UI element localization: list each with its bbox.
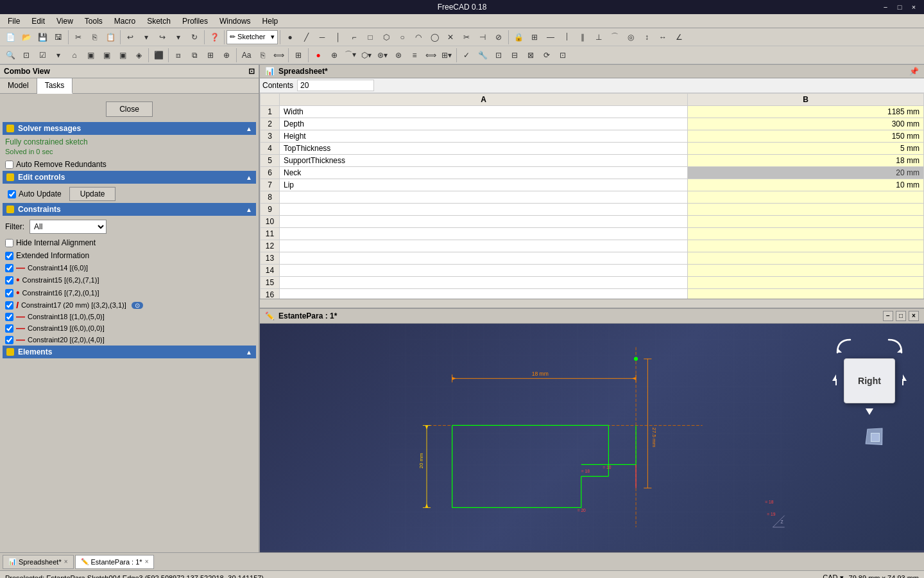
- tb-circle2[interactable]: ◎: [623, 30, 638, 45]
- cell-a-5[interactable]: SupportThickness: [280, 155, 688, 167]
- tb-refresh[interactable]: ↻: [187, 30, 202, 45]
- cell-b-8[interactable]: [688, 191, 924, 204]
- tb-trim[interactable]: ✂: [459, 30, 474, 45]
- tb-view-fit[interactable]: 🔍: [3, 48, 18, 63]
- c17-check[interactable]: [5, 301, 13, 310]
- tb-parallel[interactable]: ∥: [575, 30, 590, 45]
- maximize-btn[interactable]: □: [894, 3, 905, 11]
- tb-iso[interactable]: ◈: [131, 48, 146, 63]
- tb-validate[interactable]: ✓: [459, 48, 474, 63]
- tb-save-as[interactable]: 💾: [35, 30, 50, 45]
- tb-home[interactable]: ⌂: [67, 48, 82, 63]
- tb-polygon[interactable]: ⬡: [379, 30, 394, 45]
- auto-remove-check[interactable]: [5, 161, 13, 169]
- cell-a-16[interactable]: [280, 289, 688, 299]
- rotate-down-icon[interactable]: [863, 406, 876, 416]
- cell-b-14[interactable]: [688, 265, 924, 277]
- menu-profiles[interactable]: Profiles: [177, 15, 213, 27]
- tb-paste[interactable]: 📋: [103, 30, 118, 45]
- tb-front[interactable]: ▣: [83, 48, 98, 63]
- tb-mirror[interactable]: ⟺: [271, 48, 286, 63]
- cell-b-2[interactable]: 300 mm: [688, 118, 924, 130]
- cell-b-5[interactable]: 18 mm: [688, 155, 924, 167]
- workbench-selector[interactable]: ✏ Sketcher▾: [227, 30, 278, 44]
- tb-lock[interactable]: 🔒: [511, 30, 526, 45]
- c14-check[interactable]: [5, 264, 13, 272]
- tb-ungroup[interactable]: ⧉: [187, 48, 202, 63]
- tb-vline[interactable]: │: [330, 30, 346, 45]
- tb-cross[interactable]: ✕: [443, 30, 458, 45]
- tb-node[interactable]: ⊕: [327, 48, 342, 63]
- tb-pt-red[interactable]: ●: [311, 48, 326, 63]
- elements-section-header[interactable]: Elements ▲: [3, 346, 256, 358]
- tb-dim-v[interactable]: ↕: [639, 30, 654, 45]
- menu-sketch[interactable]: Sketch: [142, 15, 176, 27]
- cell-b-11[interactable]: [688, 228, 924, 240]
- tb-line[interactable]: ╱: [298, 30, 314, 45]
- c18-check[interactable]: [5, 313, 13, 321]
- auto-update-check[interactable]: [8, 190, 16, 198]
- tb-grid[interactable]: ⊞: [203, 48, 218, 63]
- tb-right2[interactable]: ▣: [115, 48, 130, 63]
- tb-detach[interactable]: ⊟: [507, 48, 522, 63]
- cell-b-7[interactable]: 10 mm: [688, 179, 924, 191]
- tb-merge[interactable]: ⊠: [523, 48, 538, 63]
- cell-b-1[interactable]: 1185 mm: [688, 106, 924, 118]
- filter-select[interactable]: All Normal Construction: [30, 220, 107, 234]
- tb-group[interactable]: ⧈: [171, 48, 186, 63]
- tb-co-eq[interactable]: ≡: [407, 48, 422, 63]
- tb-tools2[interactable]: 🔧: [475, 48, 490, 63]
- tb-redo[interactable]: ↪: [155, 30, 170, 45]
- menu-view[interactable]: View: [51, 15, 78, 27]
- tb-clone[interactable]: ⎘: [255, 48, 270, 63]
- tb-special1[interactable]: ⊞: [291, 48, 306, 63]
- tb-hline[interactable]: ─: [314, 30, 330, 45]
- tb-sketch-ops[interactable]: ⊛▾: [375, 48, 390, 63]
- cell-a-1[interactable]: Width: [280, 106, 688, 118]
- c15-check[interactable]: [5, 276, 13, 285]
- tab-estante[interactable]: ✏️ EstantePara : 1* ×: [75, 555, 155, 569]
- tb-face[interactable]: ⬡▾: [359, 48, 374, 63]
- close-btn[interactable]: ×: [909, 3, 919, 11]
- cell-a-7[interactable]: Lip: [280, 179, 688, 191]
- hide-internal-check[interactable]: [5, 239, 13, 247]
- c19-check[interactable]: [5, 324, 13, 333]
- tb-map[interactable]: ⊡: [491, 48, 506, 63]
- tb-snap[interactable]: ⊕: [219, 48, 234, 63]
- tb-arc[interactable]: ◠: [411, 30, 426, 45]
- solver-section-header[interactable]: Solver messages ▲: [3, 122, 256, 135]
- rotate-left-icon[interactable]: [831, 371, 841, 390]
- cell-b-13[interactable]: [688, 252, 924, 265]
- cell-b-9[interactable]: [688, 204, 924, 216]
- close-button[interactable]: Close: [106, 101, 153, 117]
- menu-macro[interactable]: Macro: [109, 15, 141, 27]
- c16-check[interactable]: [5, 289, 13, 297]
- cell-a-11[interactable]: [280, 228, 688, 240]
- cell-a-14[interactable]: [280, 265, 688, 277]
- estante-tab-close[interactable]: ×: [145, 558, 149, 565]
- edit-controls-collapse[interactable]: ▲: [246, 174, 252, 181]
- tb-copy[interactable]: ⎘: [87, 30, 102, 45]
- cell-b-10[interactable]: [688, 216, 924, 228]
- cad-restore[interactable]: □: [896, 311, 906, 321]
- tb-dim-a[interactable]: ∠: [671, 30, 687, 45]
- tb-top[interactable]: ▣: [99, 48, 114, 63]
- extended-info-check[interactable]: [5, 252, 13, 260]
- tb-open[interactable]: 📂: [19, 30, 34, 45]
- cad-viewport[interactable]: 18 mm 27.5 mm: [260, 324, 924, 551]
- cell-a-12[interactable]: [280, 240, 688, 252]
- tb-tangent[interactable]: ⌒: [607, 30, 622, 45]
- cell-b-16[interactable]: [688, 289, 924, 299]
- cell-b-12[interactable]: [688, 240, 924, 252]
- cell-a-3[interactable]: Height: [280, 130, 688, 143]
- tb-convert[interactable]: ⟳: [539, 48, 554, 63]
- tb-coincident[interactable]: ⊞: [527, 30, 542, 45]
- tb-sel-mode[interactable]: ⬛: [151, 48, 166, 63]
- tab-model[interactable]: Model: [0, 78, 37, 93]
- c20-check[interactable]: [5, 336, 13, 344]
- cell-a-9[interactable]: [280, 204, 688, 216]
- menu-help[interactable]: Help: [257, 15, 284, 27]
- scrollbar-horizontal[interactable]: [260, 299, 924, 308]
- tb-new[interactable]: 📄: [3, 30, 18, 45]
- cad-close[interactable]: ×: [909, 311, 919, 321]
